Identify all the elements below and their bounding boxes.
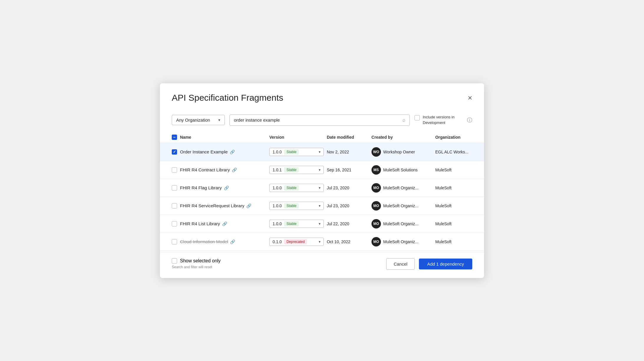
version-number: 1.0.0 bbox=[273, 203, 282, 208]
row-name-text: FHIR R4 List Library bbox=[180, 221, 220, 226]
row-checkbox[interactable] bbox=[172, 149, 177, 155]
row-date-cell: Sep 16, 2021 bbox=[327, 161, 371, 179]
row-name: FHIR R4 Contract Library🔗 bbox=[180, 167, 266, 172]
filter-reset-note: Search and filter will reset bbox=[172, 265, 221, 269]
link-icon[interactable]: 🔗 bbox=[224, 186, 229, 190]
add-dependency-button[interactable]: Add 1 dependency bbox=[419, 259, 472, 269]
row-version-cell: 1.0.0Stable▾ bbox=[269, 179, 327, 197]
show-selected-checkbox[interactable] bbox=[172, 258, 177, 264]
creator-cell: WOWorkshop Owner bbox=[371, 147, 432, 157]
avatar: MO bbox=[371, 201, 381, 211]
row-name-cell: FHIR R4 ServiceRequest Library🔗 bbox=[180, 197, 269, 215]
row-creator-cell: MOMuleSoft Organiz... bbox=[371, 233, 435, 251]
link-icon[interactable]: 🔗 bbox=[230, 150, 235, 154]
filters-row: Any Organization ▾ ⌕ Include versions in… bbox=[160, 110, 484, 132]
chevron-down-icon: ▾ bbox=[319, 222, 321, 226]
table-header: Name Version Date modified Created by Or… bbox=[160, 132, 484, 143]
org-dropdown-label: Any Organization bbox=[176, 117, 210, 122]
row-name: FHIR R4 List Library🔗 bbox=[180, 221, 266, 226]
row-checkbox[interactable] bbox=[172, 185, 177, 191]
include-dev-wrap: Include versions in Development bbox=[415, 115, 461, 125]
fragments-table: Name Version Date modified Created by Or… bbox=[160, 132, 484, 251]
info-icon[interactable]: ⓘ bbox=[467, 117, 472, 124]
version-status-badge: Stable bbox=[284, 203, 299, 208]
chevron-down-icon: ▾ bbox=[319, 168, 321, 172]
creator-name: MuleSoft Organiz... bbox=[383, 221, 419, 226]
col-org: Organization bbox=[435, 132, 484, 143]
version-badge[interactable]: 0.1.0Deprecated▾ bbox=[269, 238, 324, 246]
row-org-cell: MuleSoft bbox=[435, 233, 484, 251]
version-badge[interactable]: 1.0.1Stable▾ bbox=[269, 166, 324, 174]
version-badge[interactable]: 1.0.0Stable▾ bbox=[269, 220, 324, 228]
creator-cell: MOMuleSoft Organiz... bbox=[371, 219, 432, 228]
row-creator-cell: MOMuleSoft Organiz... bbox=[371, 215, 435, 233]
row-name-cell: FHIR R4 Flag Library🔗 bbox=[180, 179, 269, 197]
link-icon[interactable]: 🔗 bbox=[230, 239, 235, 244]
row-checkbox-cell bbox=[160, 143, 180, 161]
table-wrap: Name Version Date modified Created by Or… bbox=[160, 132, 484, 251]
table-row: Order Instance Example🔗1.0.0Stable▾Nov 2… bbox=[160, 143, 484, 161]
table-row: FHIR R4 List Library🔗1.0.0Stable▾Jul 22,… bbox=[160, 215, 484, 233]
row-name: Order Instance Example🔗 bbox=[180, 149, 266, 154]
row-name-text: FHIR R4 ServiceRequest Library bbox=[180, 203, 244, 208]
chevron-down-icon: ▾ bbox=[319, 204, 321, 208]
select-all-header[interactable] bbox=[160, 132, 180, 143]
version-status-badge: Deprecated bbox=[284, 239, 307, 244]
row-version-cell: 1.0.0Stable▾ bbox=[269, 197, 327, 215]
row-name-text: Order Instance Example bbox=[180, 149, 228, 154]
row-org-cell: MuleSoft bbox=[435, 179, 484, 197]
version-status-badge: Stable bbox=[284, 149, 299, 155]
chevron-down-icon: ▾ bbox=[319, 186, 321, 190]
show-selected-wrap: Show selected only Search and filter wil… bbox=[172, 258, 221, 269]
row-creator-cell: MSMuleSoft Solutions bbox=[371, 161, 435, 179]
version-badge[interactable]: 1.0.0Stable▾ bbox=[269, 148, 324, 156]
row-name: FHIR R4 ServiceRequest Library🔗 bbox=[180, 203, 266, 208]
row-version-cell: 1.0.1Stable▾ bbox=[269, 161, 327, 179]
col-version: Version bbox=[269, 132, 327, 143]
row-date-cell: Jul 23, 2020 bbox=[327, 179, 371, 197]
cancel-button[interactable]: Cancel bbox=[386, 258, 415, 270]
creator-name: MuleSoft Solutions bbox=[383, 168, 418, 172]
creator-name: MuleSoft Organiz... bbox=[383, 203, 419, 208]
link-icon[interactable]: 🔗 bbox=[232, 168, 237, 172]
row-name: Cloud Information Model🔗 bbox=[180, 239, 266, 244]
row-name-cell: FHIR R4 List Library🔗 bbox=[180, 215, 269, 233]
row-checkbox[interactable] bbox=[172, 221, 177, 226]
show-selected-label-row: Show selected only bbox=[172, 258, 221, 264]
dialog-title: API Specification Fragments bbox=[172, 93, 283, 103]
row-checkbox[interactable] bbox=[172, 239, 177, 244]
row-name-cell: FHIR R4 Contract Library🔗 bbox=[180, 161, 269, 179]
row-org-cell: MuleSoft bbox=[435, 197, 484, 215]
org-dropdown[interactable]: Any Organization ▾ bbox=[172, 115, 225, 125]
chevron-down-icon: ▾ bbox=[319, 240, 321, 244]
row-checkbox-cell bbox=[160, 215, 180, 233]
close-button[interactable]: × bbox=[468, 94, 472, 102]
avatar: MS bbox=[371, 165, 381, 175]
creator-cell: MOMuleSoft Organiz... bbox=[371, 237, 432, 246]
creator-name: MuleSoft Organiz... bbox=[383, 239, 419, 244]
row-org-cell: MuleSoft bbox=[435, 161, 484, 179]
search-icon: ⌕ bbox=[402, 117, 405, 123]
table-row: FHIR R4 ServiceRequest Library🔗1.0.0Stab… bbox=[160, 197, 484, 215]
select-all-checkbox[interactable] bbox=[172, 135, 177, 140]
row-checkbox[interactable] bbox=[172, 167, 177, 173]
row-date-cell: Jul 23, 2020 bbox=[327, 197, 371, 215]
row-name: FHIR R4 Flag Library🔗 bbox=[180, 185, 266, 190]
version-number: 0.1.0 bbox=[273, 239, 282, 244]
version-badge[interactable]: 1.0.0Stable▾ bbox=[269, 202, 324, 210]
version-status-badge: Stable bbox=[284, 167, 299, 173]
link-icon[interactable]: 🔗 bbox=[246, 203, 251, 208]
avatar: MO bbox=[371, 237, 381, 246]
row-checkbox-cell bbox=[160, 197, 180, 215]
version-badge[interactable]: 1.0.0Stable▾ bbox=[269, 184, 324, 192]
link-icon[interactable]: 🔗 bbox=[222, 221, 227, 226]
search-input[interactable] bbox=[234, 117, 402, 122]
include-dev-checkbox[interactable] bbox=[415, 115, 420, 120]
footer-row: Show selected only Search and filter wil… bbox=[160, 252, 484, 278]
row-checkbox-cell bbox=[160, 179, 180, 197]
creator-cell: MOMuleSoft Organiz... bbox=[371, 183, 432, 193]
row-checkbox[interactable] bbox=[172, 203, 177, 208]
version-status-badge: Stable bbox=[284, 221, 299, 226]
row-name-text: FHIR R4 Flag Library bbox=[180, 185, 222, 190]
version-number: 1.0.0 bbox=[273, 186, 282, 190]
